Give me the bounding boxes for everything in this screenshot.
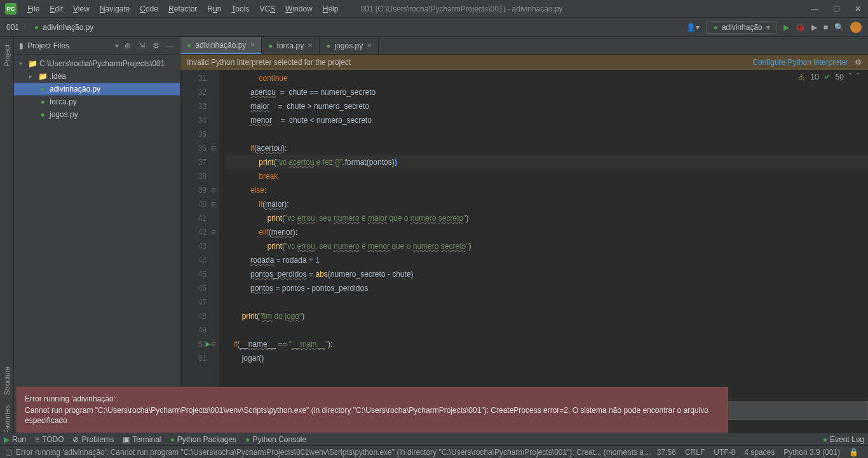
tool-python-packages[interactable]: ●Python Packages — [170, 435, 237, 444]
tool-project[interactable]: Project — [2, 39, 12, 71]
tool-event-log[interactable]: ●Event Log — [823, 435, 864, 444]
tree-label: .idea — [50, 72, 66, 81]
code-content[interactable]: continue acertou = chute == numero_secre… — [219, 70, 868, 433]
menu-code[interactable]: Code — [135, 3, 163, 15]
close-icon[interactable]: ✕ — [250, 41, 255, 48]
menu-window[interactable]: Window — [281, 3, 317, 15]
breadcrumb[interactable]: 001 〉 ● adivinhação.py — [6, 22, 93, 32]
warning-count: 10 — [810, 73, 818, 81]
interpreter-warning-bar: Invalid Python interpreter selected for … — [180, 55, 868, 70]
stop-button[interactable]: ■ — [824, 23, 828, 32]
status-eol[interactable]: CRLF — [681, 448, 709, 457]
status-bar: ▢ Error running 'adivinhação': Cannot ru… — [0, 445, 868, 458]
tree-label: forca.py — [50, 97, 77, 106]
chevron-down-icon[interactable]: ▾ — [19, 60, 25, 67]
code-area[interactable]: ⚠10 ✔50 ˆ ˇ 313233343536⊟373839⊟40⊟4142⊟… — [180, 70, 868, 433]
close-icon[interactable]: ✕ — [308, 42, 313, 49]
python-icon: ● — [245, 435, 250, 444]
debug-button[interactable]: 🐞 — [796, 23, 805, 32]
folder-icon: 📁 — [28, 59, 37, 68]
tool-problems[interactable]: ⊘Problems — [72, 435, 114, 444]
project-panel-header: ▮ Project Files ▾ ⊕ ⇲ ⚙ — — [14, 37, 180, 55]
menu-navigate[interactable]: Navigate — [95, 3, 134, 15]
status-interpreter[interactable]: Python 3.9 (001) — [779, 448, 844, 457]
tab-label: forca.py — [277, 41, 304, 50]
inspection-widget[interactable]: ⚠10 ✔50 ˆ ˇ — [798, 73, 859, 81]
menu-vcs[interactable]: VCS — [255, 3, 280, 15]
run-button[interactable]: ▶ — [783, 23, 789, 32]
tool-label: TODO — [42, 435, 64, 444]
left-tool-stripe: Project Structure Favorites — [0, 37, 14, 439]
app-icon: PC — [5, 3, 17, 15]
tree-file-forca[interactable]: ● forca.py — [14, 95, 180, 108]
status-encoding[interactable]: UTF-8 — [709, 448, 740, 457]
tool-label: Event Log — [830, 435, 864, 444]
chevron-right-icon: 〉 — [23, 22, 31, 32]
python-icon: ● — [268, 41, 273, 50]
menu-help[interactable]: Help — [318, 3, 343, 15]
menu-view[interactable]: View — [69, 3, 94, 15]
tree-root[interactable]: ▾ 📁 C:\Users\rocha\PycharmProjects\001 — [14, 57, 180, 70]
lock-icon[interactable]: 🔒 — [844, 448, 863, 457]
minimize-button[interactable]: — — [810, 4, 820, 13]
avatar[interactable] — [850, 22, 862, 33]
menu-refactor[interactable]: Refactor — [164, 3, 201, 15]
tree-folder-idea[interactable]: ▸ 📁 .idea — [14, 70, 180, 83]
tool-run[interactable]: ▶Run — [4, 435, 26, 444]
tool-terminal[interactable]: ▣Terminal — [123, 435, 161, 444]
coverage-button[interactable]: ▶ — [811, 23, 817, 32]
tool-label: Terminal — [132, 435, 161, 444]
menu-edit[interactable]: Edit — [45, 3, 67, 15]
problems-icon: ⊘ — [72, 435, 79, 444]
tab-forca[interactable]: ● forca.py ✕ — [262, 37, 320, 54]
tool-todo[interactable]: ≡TODO — [35, 435, 64, 444]
tool-structure[interactable]: Structure — [2, 361, 12, 400]
notification-body: Cannot run program "C:\Users\rocha\Pycha… — [25, 405, 720, 426]
python-icon: ● — [713, 23, 717, 32]
crumb-file[interactable]: adivinhação.py — [43, 23, 93, 32]
hide-icon[interactable]: — — [165, 41, 175, 50]
error-notification[interactable]: Error running 'adivinhação': Cannot run … — [17, 387, 728, 433]
chevron-up-icon[interactable]: ˆ — [849, 73, 851, 81]
status-indent[interactable]: 4 spaces — [740, 448, 779, 457]
configure-interpreter-link[interactable]: Configure Python interpreter — [752, 58, 848, 67]
search-icon[interactable]: 🔍 — [834, 23, 844, 32]
menu-run[interactable]: Run — [203, 3, 226, 15]
chevron-right-icon[interactable]: ▸ — [29, 73, 36, 80]
gear-icon[interactable]: ⚙ — [855, 58, 862, 67]
project-panel: ▮ Project Files ▾ ⊕ ⇲ ⚙ — ▾ 📁 C:\Users\r… — [14, 37, 180, 433]
menu-file[interactable]: File — [23, 3, 44, 15]
tab-jogos[interactable]: ● jogos.py ✕ — [320, 37, 379, 54]
chevron-down-icon[interactable]: ▾ — [115, 41, 119, 50]
tree-file-jogos[interactable]: ● jogos.py — [14, 108, 180, 121]
close-icon[interactable]: ✕ — [367, 42, 372, 49]
maximize-button[interactable]: ☐ — [831, 4, 841, 13]
python-icon: ● — [326, 41, 330, 50]
tool-python-console[interactable]: ●Python Console — [245, 435, 306, 444]
tab-adivinhacao[interactable]: ● adivinhação.py ✕ — [180, 37, 262, 54]
python-icon: ● — [38, 110, 47, 119]
editor-tabs: ● adivinhação.py ✕ ● forca.py ✕ ● jogos.… — [180, 37, 868, 55]
crumb-project[interactable]: 001 — [6, 23, 19, 32]
tree-file-adivinhacao[interactable]: ● adivinhação.py — [14, 83, 180, 95]
nav-bar: 001 〉 ● adivinhação.py 👤▾ ● adivinhação … — [0, 18, 868, 37]
project-view-title[interactable]: Project Files — [27, 41, 111, 50]
title-bar: PC File Edit View Navigate Code Refactor… — [0, 0, 868, 18]
tool-label: Problems — [81, 435, 114, 444]
gutter[interactable]: 313233343536⊟373839⊟40⊟4142⊟434445464748… — [180, 70, 219, 433]
notification-title: Error running 'adivinhação': — [25, 394, 720, 404]
python-icon: ● — [34, 23, 39, 32]
tree-label: jogos.py — [50, 110, 78, 119]
folder-icon: ▮ — [19, 41, 24, 50]
menu-tools[interactable]: Tools — [227, 3, 254, 15]
chevron-down-icon[interactable]: ˇ — [857, 73, 859, 81]
expand-icon[interactable]: ⇲ — [137, 41, 147, 50]
status-position[interactable]: 37:56 — [653, 448, 681, 457]
user-dropdown[interactable]: 👤▾ — [686, 23, 700, 32]
tree-label: adivinhação.py — [50, 85, 100, 94]
gear-icon[interactable]: ⚙ — [151, 41, 161, 50]
locate-icon[interactable]: ⊕ — [123, 41, 133, 50]
status-icon[interactable]: ▢ — [5, 448, 12, 457]
close-button[interactable]: ✕ — [853, 4, 863, 13]
run-config-selector[interactable]: ● adivinhação ▾ — [706, 21, 776, 34]
